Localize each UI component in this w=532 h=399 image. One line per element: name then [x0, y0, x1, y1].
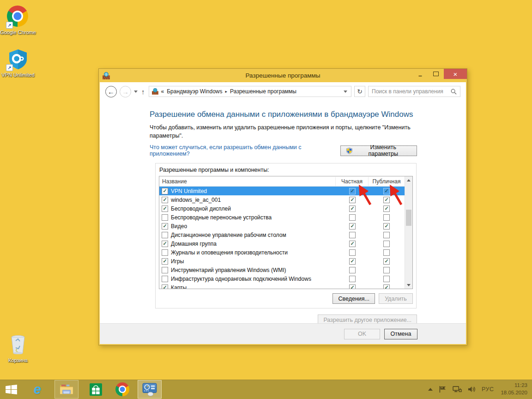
- checkbox-checked[interactable]: ✓: [383, 258, 390, 265]
- recent-pages-dropdown-icon[interactable]: [134, 91, 138, 93]
- search-placeholder: Поиск в панели управления: [372, 88, 443, 95]
- checkbox-checked[interactable]: ✓: [349, 284, 356, 290]
- checkbox-unchecked[interactable]: [383, 249, 390, 256]
- back-button[interactable]: ←: [105, 86, 117, 97]
- breadcrumb-prefix: «: [161, 88, 164, 95]
- checkbox-unchecked[interactable]: [162, 232, 168, 238]
- start-button[interactable]: [0, 380, 22, 399]
- checkbox-unchecked[interactable]: [383, 214, 390, 221]
- checkbox-unchecked[interactable]: [383, 276, 390, 282]
- taskbar-file-explorer[interactable]: [54, 380, 79, 399]
- list-row[interactable]: Журналы и оповещения производительности: [159, 248, 405, 257]
- checkbox-checked[interactable]: ✓: [162, 223, 168, 230]
- scroll-down-button[interactable]: [405, 281, 412, 289]
- cancel-button[interactable]: Отмена: [384, 329, 417, 339]
- desktop-icon-vpn-unlimited[interactable]: ↗ VPN Unlimited: [0, 48, 36, 79]
- help-link[interactable]: Что может случиться, если разрешить обме…: [150, 144, 340, 157]
- list-row[interactable]: ✓Беспроводной дисплей✓✓: [159, 204, 405, 213]
- checkbox-unchecked[interactable]: [349, 276, 356, 282]
- list-row[interactable]: ✓Видео✓✓: [159, 222, 405, 230]
- list-row[interactable]: ✓Домашняя группа✓: [159, 239, 405, 248]
- list-scrollbar[interactable]: [405, 176, 412, 289]
- checkbox-checked[interactable]: ✓: [349, 188, 356, 194]
- checkbox-checked[interactable]: ✓: [162, 284, 168, 290]
- checkbox-checked[interactable]: ✓: [162, 197, 168, 203]
- checkbox-checked[interactable]: ✓: [349, 258, 356, 265]
- checkbox-unchecked[interactable]: [349, 249, 356, 256]
- checkbox-unchecked[interactable]: [162, 249, 168, 256]
- breadcrumb-item-firewall[interactable]: Брандмауэр Windows: [167, 88, 222, 95]
- checkbox-checked[interactable]: ✓: [383, 197, 390, 203]
- checkbox-unchecked[interactable]: [349, 214, 356, 221]
- maximize-button[interactable]: [428, 69, 444, 79]
- taskbar-control-panel[interactable]: [138, 380, 162, 399]
- checkbox-checked[interactable]: ✓: [383, 284, 390, 290]
- checkbox-unchecked[interactable]: [383, 241, 390, 247]
- details-button[interactable]: Сведения...: [332, 293, 375, 304]
- checkbox-unchecked[interactable]: [349, 267, 356, 273]
- title-bar[interactable]: Разрешенные программы – ×: [99, 69, 467, 82]
- list-label: Разрешенные программы и компоненты:: [159, 167, 413, 173]
- checkbox-checked[interactable]: ✓: [162, 206, 168, 212]
- checkbox-checked[interactable]: ✓: [383, 206, 390, 212]
- list-row[interactable]: ✓Игры✓✓: [159, 257, 405, 266]
- checkbox-unchecked[interactable]: [383, 267, 390, 273]
- language-indicator[interactable]: РУС: [482, 386, 494, 393]
- column-header-name[interactable]: Название: [159, 178, 335, 185]
- list-row[interactable]: ✓VPN Unlimited✓✓: [159, 187, 405, 195]
- address-dropdown-icon[interactable]: [344, 91, 347, 93]
- remove-button[interactable]: Удалить: [379, 293, 413, 304]
- taskbar-clock[interactable]: 11:23 18.05.2020: [501, 382, 527, 396]
- chevron-up-icon[interactable]: [428, 388, 433, 391]
- column-header-public[interactable]: Публичная: [368, 177, 405, 186]
- firewall-breadcrumb-icon: [152, 88, 158, 95]
- ok-button[interactable]: OK: [344, 329, 380, 339]
- program-name: Видео: [171, 223, 187, 230]
- checkbox-checked[interactable]: ✓: [162, 241, 168, 247]
- desktop-icon-google-chrome[interactable]: ↗ Google Chrome: [0, 6, 36, 36]
- desktop-icon-recycle-bin[interactable]: Корзина: [0, 333, 36, 364]
- checkbox-checked[interactable]: ✓: [349, 241, 356, 247]
- list-row[interactable]: ✓windows_ie_ac_001✓✓: [159, 195, 405, 204]
- list-header: Название Частная Публичная: [159, 176, 405, 187]
- network-icon[interactable]: [453, 386, 462, 393]
- checkbox-checked[interactable]: ✓: [349, 197, 356, 203]
- checkbox-unchecked[interactable]: [383, 232, 390, 238]
- checkbox-checked[interactable]: ✓: [162, 258, 168, 265]
- list-row[interactable]: Дистанционное управление рабочим столом: [159, 230, 405, 239]
- scroll-up-button[interactable]: [405, 176, 412, 184]
- checkbox-checked[interactable]: ✓: [349, 206, 356, 212]
- change-settings-button[interactable]: Изменить параметры: [340, 145, 417, 156]
- checkbox-unchecked[interactable]: [162, 214, 168, 221]
- checkbox-unchecked[interactable]: [349, 232, 356, 238]
- recycle-bin-icon: [7, 333, 29, 356]
- list-row[interactable]: Беспроводные переносные устройства: [159, 213, 405, 222]
- refresh-button[interactable]: ↻: [354, 86, 365, 97]
- volume-icon[interactable]: [468, 386, 476, 393]
- program-name: Карты: [171, 284, 187, 290]
- forward-button[interactable]: →: [120, 86, 131, 97]
- taskbar-windows-store[interactable]: [85, 380, 106, 399]
- taskbar-google-chrome[interactable]: [112, 380, 133, 399]
- column-header-private[interactable]: Частная: [335, 177, 368, 186]
- checkbox-unchecked[interactable]: [162, 276, 168, 282]
- taskbar-internet-explorer[interactable]: e: [27, 380, 48, 399]
- breadcrumb-item-allowed-programs[interactable]: Разрешенные программы: [230, 88, 296, 95]
- checkbox-checked[interactable]: ✓: [383, 188, 390, 194]
- list-row[interactable]: Инфраструктура одноранговых подключений …: [159, 274, 405, 283]
- checkbox-checked[interactable]: ✓: [349, 223, 356, 230]
- action-center-flag-icon[interactable]: [439, 386, 447, 393]
- checkbox-checked[interactable]: ✓: [162, 188, 168, 194]
- close-button[interactable]: ×: [444, 69, 467, 79]
- list-row[interactable]: Инструментарий управления Windows (WMI): [159, 266, 405, 274]
- scrollbar-thumb[interactable]: [406, 210, 411, 226]
- list-row[interactable]: ✓Карты✓✓: [159, 283, 405, 289]
- checkbox-unchecked[interactable]: [162, 267, 168, 273]
- maximize-icon: [433, 72, 439, 76]
- up-one-level-button[interactable]: ↑: [141, 88, 145, 96]
- checkbox-checked[interactable]: ✓: [383, 223, 390, 230]
- address-breadcrumb[interactable]: « Брандмауэр Windows ▸ Разрешенные прогр…: [149, 86, 352, 97]
- search-input[interactable]: Поиск в панели управления: [368, 86, 460, 97]
- minimize-button[interactable]: –: [412, 69, 428, 81]
- page-title: Разрешение обмена данными с приложениями…: [150, 110, 466, 119]
